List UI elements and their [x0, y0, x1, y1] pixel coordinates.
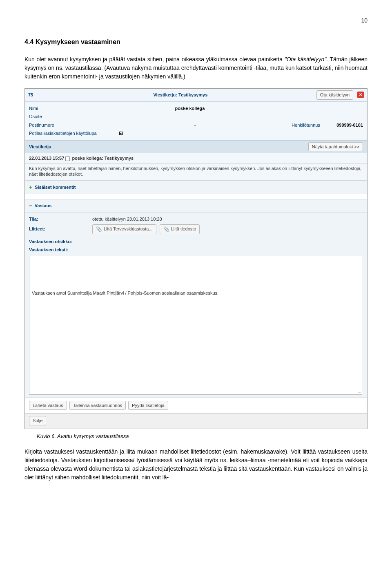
after-paragraph: Kirjoita vastauksesi vastauskenttään ja …	[24, 447, 368, 482]
intro-paragraph: Kun olet avannut kysymyksen ja päätät va…	[24, 55, 368, 81]
thread-number: 75	[28, 92, 45, 98]
action-row: Lähetä vastaus Tallenna vastausluonnos P…	[25, 397, 367, 414]
attach-from-library-button[interactable]: 📎 Liitä Terveyskirjastosta...	[92, 224, 156, 234]
plus-icon: +	[29, 183, 32, 192]
info-block: Nimi poske kollega Osoite - Postinumero …	[25, 102, 367, 140]
close-row: Sulje	[25, 413, 367, 429]
thread-title: Testikysymys	[178, 92, 207, 97]
address-value: -	[98, 113, 281, 120]
close-button[interactable]: Sulje	[29, 416, 46, 425]
thread-bar-label: Viestiketju	[29, 143, 51, 150]
name-value: poske kollega	[98, 105, 281, 112]
thread-header: 75 Viestiketju: Testikysymys Ota käsitte…	[25, 89, 367, 102]
request-info-button[interactable]: Pyydä lisätietoja	[128, 401, 168, 410]
intro-quote: "Ota käsittelyyn"	[285, 56, 326, 63]
ssn-label: Henkilötunnus	[292, 122, 336, 129]
attach-lib-label: Liitä Terveyskirjastosta...	[104, 226, 153, 233]
status-label: Tila:	[29, 216, 92, 223]
reply-label: Vastaus	[35, 202, 52, 209]
show-log-button[interactable]: Näytä tapahtumaloki >>	[308, 142, 363, 152]
resize-handle-icon[interactable]: .....	[357, 389, 361, 394]
comments-bar[interactable]: + Sisäiset kommentit	[25, 181, 367, 194]
save-draft-button[interactable]: Tallenna vastausluonnos	[69, 401, 126, 410]
thread-label: Viestiketju:	[153, 92, 178, 97]
paperclip-icon: 📎	[163, 226, 169, 233]
user-icon	[65, 157, 70, 161]
page-number: 10	[24, 16, 368, 25]
intro-text-1: Kun olet avannut kysymyksen ja päätät va…	[24, 56, 285, 63]
message-timestamp: 22.01.2013 15:57	[29, 156, 64, 161]
reply-bar[interactable]: – Vastaus	[25, 199, 367, 212]
reply-text-label: Vastauksen teksti:	[29, 246, 92, 253]
reply-textarea[interactable]: -- Vastauksen antoi Suunnittelija Maarit…	[29, 256, 362, 395]
paperclip-icon: 📎	[96, 226, 102, 233]
figure-caption: Kuvio 6. Avattu kysymys vastaustilassa	[37, 432, 368, 441]
attachments-label: Liitteet:	[29, 226, 92, 233]
permission-value: Ei	[119, 130, 123, 137]
attach-file-button[interactable]: 📎 Liitä tiedosto	[160, 224, 200, 234]
attach-file-label: Liitä tiedosto	[171, 226, 196, 233]
reply-title-label: Vastauksen otsikko:	[29, 238, 92, 245]
message-header: 22.01.2013 15:57 poske kollega: Testikys…	[25, 153, 367, 164]
reply-signature: -- Vastauksen antoi Suunnittelija Maarit…	[32, 283, 359, 297]
name-label: Nimi	[29, 105, 98, 112]
minus-icon: –	[29, 201, 32, 210]
send-reply-button[interactable]: Lähetä vastaus	[29, 401, 67, 410]
address-label: Osoite	[29, 113, 98, 120]
message-body: Kun kysymys on avattu, näet lähettäjän n…	[25, 164, 367, 181]
message-author: poske kollega: Testikysymys	[72, 156, 134, 161]
ssn-value: 090909-0101	[336, 122, 363, 129]
close-icon[interactable]: ✕	[357, 92, 364, 98]
zip-value: -	[98, 122, 292, 129]
thread-title-area: Viestiketju: Testikysymys	[49, 92, 312, 98]
comments-label: Sisäiset kommentit	[35, 184, 76, 191]
thread-bar: Viestiketju Näytä tapahtumaloki >>	[25, 140, 367, 154]
take-ownership-button[interactable]: Ota käsittelyyn	[316, 90, 353, 100]
section-heading: 4.4 Kysymykseen vastaaminen	[24, 37, 368, 47]
zip-label: Postinumero	[29, 122, 98, 129]
spacer	[25, 194, 367, 199]
permission-label: Potilas-/asiakastietojen käyttölupa	[29, 130, 119, 137]
reply-body: Tila: otettu käsittelyyn 23.01.2013 10:2…	[25, 212, 367, 397]
status-value: otettu käsittelyyn 23.01.2013 10:20	[92, 216, 162, 223]
screenshot-figure: 75 Viestiketju: Testikysymys Ota käsitte…	[24, 88, 368, 429]
